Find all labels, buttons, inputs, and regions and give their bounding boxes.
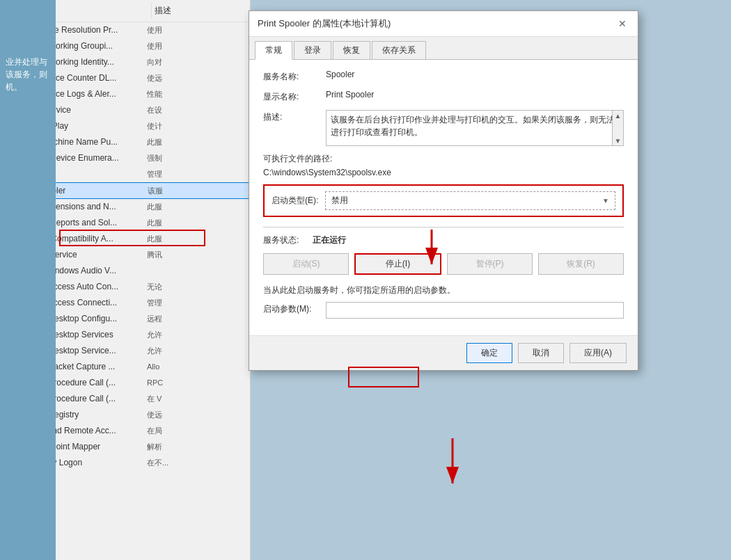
description-label: 描述: (263, 110, 326, 123)
service-name-value: Spooler (326, 70, 624, 79)
left-panel: 业并处理与 该服务，则 机。 (0, 0, 56, 560)
tab-recovery[interactable]: 恢复 (333, 41, 370, 59)
description-value: 该服务在后台执行打印作业并处理与打印机的交互。如果关闭该服务，则无法进行打印或查… (326, 110, 624, 146)
pause-button[interactable]: 暂停(P) (447, 253, 533, 275)
service-desc: 向对 (144, 57, 250, 67)
service-desc: Allo (144, 362, 250, 371)
select-dropdown-icon: ▼ (602, 197, 609, 205)
service-desc: 腾讯 (144, 250, 250, 260)
dialog-body: 服务名称: Spooler 显示名称: Print Spooler 描述: 该服… (249, 60, 638, 335)
startup-type-label: 启动类型(E): (272, 195, 318, 207)
tab-login[interactable]: 登录 (294, 41, 331, 59)
service-desc: 此服 (144, 218, 250, 228)
startup-type-section: 启动类型(E): 禁用 ▼ (263, 184, 624, 217)
service-action-buttons: 启动(S) 停止(I) 暂停(P) 恢复(R) (263, 253, 624, 275)
service-desc: 无论 (144, 282, 250, 292)
service-desc: 使用 (144, 25, 250, 35)
display-name-value: Print Spooler (326, 90, 624, 99)
properties-dialog[interactable]: Print Spooler 的属性(本地计算机) ✕ 常规 登录 恢复 依存关系… (249, 10, 638, 371)
description-scrollbar[interactable]: ▲ ▼ (612, 111, 623, 145)
service-desc: 允许 (144, 346, 250, 356)
service-desc: 性能 (144, 89, 250, 99)
service-desc: 在局 (144, 426, 250, 436)
dialog-footer: 确定 取消 应用(A) (249, 335, 638, 370)
service-desc: 允许 (144, 330, 250, 340)
dialog-title-bar: Print Spooler 的属性(本地计算机) ✕ (249, 11, 638, 37)
service-desc: 管理 (144, 298, 250, 308)
tab-dependencies[interactable]: 依存关系 (372, 41, 426, 59)
service-name-label: 服务名称: (263, 70, 326, 83)
path-label: 可执行文件的路径: (263, 153, 624, 165)
apply-button[interactable]: 应用(A) (569, 343, 627, 363)
startup-params-label: 启动参数(M): (263, 302, 326, 315)
service-desc: 使计 (144, 121, 250, 131)
resume-button[interactable]: 恢复(R) (538, 253, 624, 275)
service-desc: 在 V (144, 394, 250, 404)
service-desc: 在不... (144, 458, 250, 468)
service-desc: 管理 (144, 169, 250, 179)
display-name-label: 显示名称: (263, 90, 326, 103)
divider (263, 227, 624, 227)
service-desc: 强制 (144, 153, 250, 163)
service-desc: 此服 (144, 137, 250, 147)
service-status-label: 服务状态: (263, 234, 299, 246)
service-desc: 此服 (144, 234, 250, 244)
service-desc: 使远 (144, 410, 250, 420)
start-button[interactable]: 启动(S) (263, 253, 349, 275)
service-name-row: 服务名称: Spooler (263, 70, 624, 83)
display-name-row: 显示名称: Print Spooler (263, 90, 624, 103)
service-desc: 使用 (144, 41, 250, 51)
col-desc-header: 描述 (152, 3, 244, 19)
service-desc: 远程 (144, 314, 250, 324)
service-desc: 此服 (144, 202, 250, 212)
stop-button[interactable]: 停止(I) (354, 253, 441, 275)
service-desc: RPC (144, 378, 250, 387)
service-desc: 在设 (144, 105, 250, 115)
scroll-up-button[interactable]: ▲ (613, 111, 623, 120)
dialog-title-text: Print Spooler 的属性(本地计算机) (258, 17, 391, 30)
scroll-down-button[interactable]: ▼ (613, 136, 623, 145)
path-value: C:\windows\System32\spoolsv.exe (263, 168, 624, 177)
service-desc: 使远 (144, 73, 250, 83)
service-status-row: 服务状态: 正在运行 (263, 234, 624, 246)
service-desc: 解析 (144, 442, 250, 452)
ok-button[interactable]: 确定 (466, 343, 512, 363)
service-status-section: 服务状态: 正在运行 启动(S) 停止(I) 暂停(P) 恢复(R) (263, 234, 624, 275)
startup-type-select[interactable]: 禁用 ▼ (325, 191, 615, 210)
arrow-2 (425, 431, 480, 501)
service-desc: 该服 (145, 186, 249, 196)
startup-params-note: 当从此处启动服务时，你可指定所适用的启动参数。 (263, 285, 624, 296)
startup-params-input[interactable] (326, 302, 624, 319)
tab-general[interactable]: 常规 (255, 41, 292, 60)
close-button[interactable]: ✕ (615, 17, 629, 31)
description-row: 描述: 该服务在后台执行打印作业并处理与打印机的交互。如果关闭该服务，则无法进行… (263, 110, 624, 146)
cancel-button[interactable]: 取消 (518, 343, 564, 363)
dialog-tabs: 常规 登录 恢复 依存关系 (249, 37, 638, 60)
startup-params-row: 启动参数(M): (263, 302, 624, 319)
service-status-value: 正在运行 (313, 234, 346, 246)
startup-type-row: 启动类型(E): 禁用 ▼ (272, 191, 615, 210)
